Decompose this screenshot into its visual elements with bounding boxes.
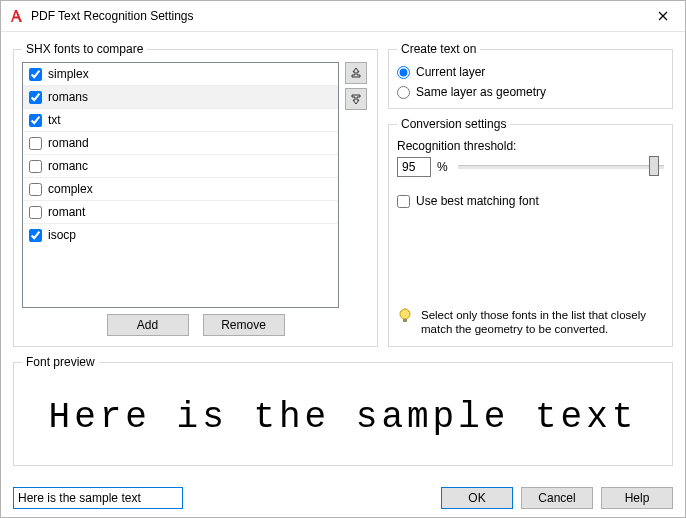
font-checkbox[interactable] <box>29 183 42 196</box>
shx-fonts-group: SHX fonts to compare simplex romans <box>13 42 378 347</box>
percent-label: % <box>437 160 448 174</box>
create-text-on-group: Create text on Current layer Same layer … <box>388 42 673 109</box>
radio-same-layer-input[interactable] <box>397 86 410 99</box>
font-row[interactable]: romand <box>23 132 338 155</box>
font-name: simplex <box>48 67 89 81</box>
svg-point-0 <box>400 309 410 319</box>
font-name: txt <box>48 113 61 127</box>
lightbulb-icon <box>397 308 413 327</box>
font-checkbox[interactable] <box>29 160 42 173</box>
remove-button[interactable]: Remove <box>203 314 285 336</box>
radio-current-layer-input[interactable] <box>397 66 410 79</box>
window-title: PDF Text Recognition Settings <box>31 9 641 23</box>
font-checkbox[interactable] <box>29 114 42 127</box>
radio-current-layer[interactable]: Current layer <box>397 62 664 82</box>
create-text-on-legend: Create text on <box>397 42 480 56</box>
slider-thumb[interactable] <box>649 156 659 176</box>
font-name: romans <box>48 90 88 104</box>
font-name: romand <box>48 136 89 150</box>
threshold-slider[interactable] <box>458 157 664 177</box>
font-preview-box: Here is the sample text <box>30 381 656 453</box>
font-checkbox[interactable] <box>29 206 42 219</box>
threshold-label: Recognition threshold: <box>397 139 664 153</box>
sample-text-input[interactable] <box>13 487 183 509</box>
font-row[interactable]: romant <box>23 201 338 224</box>
font-row[interactable]: isocp <box>23 224 338 246</box>
cancel-button[interactable]: Cancel <box>521 487 593 509</box>
font-checkbox[interactable] <box>29 137 42 150</box>
font-row[interactable]: romans <box>23 86 338 109</box>
dialog-window: PDF Text Recognition Settings SHX fonts … <box>0 0 686 518</box>
font-checkbox[interactable] <box>29 68 42 81</box>
svg-rect-1 <box>403 319 407 322</box>
font-preview-text: Here is the sample text <box>49 397 638 438</box>
move-down-button[interactable] <box>345 88 367 110</box>
dialog-body: SHX fonts to compare simplex romans <box>1 32 685 478</box>
shx-fonts-list[interactable]: simplex romans txt <box>22 62 339 308</box>
font-row[interactable]: txt <box>23 109 338 132</box>
use-best-font-input[interactable] <box>397 195 410 208</box>
hint-text: Select only those fonts in the list that… <box>421 308 664 336</box>
ok-button[interactable]: OK <box>441 487 513 509</box>
font-name: complex <box>48 182 93 196</box>
font-checkbox[interactable] <box>29 229 42 242</box>
add-button[interactable]: Add <box>107 314 189 336</box>
titlebar: PDF Text Recognition Settings <box>1 1 685 32</box>
bottom-bar: OK Cancel Help <box>1 478 685 517</box>
font-name: romant <box>48 205 85 219</box>
font-name: romanc <box>48 159 88 173</box>
font-preview-group: Font preview Here is the sample text <box>13 355 673 466</box>
move-up-button[interactable] <box>345 62 367 84</box>
close-button[interactable] <box>641 1 685 31</box>
font-row[interactable]: simplex <box>23 63 338 86</box>
conversion-settings-group: Conversion settings Recognition threshol… <box>388 117 673 347</box>
app-icon <box>9 8 25 24</box>
font-row[interactable]: romanc <box>23 155 338 178</box>
shx-fonts-legend: SHX fonts to compare <box>22 42 147 56</box>
font-checkbox[interactable] <box>29 91 42 104</box>
font-name: isocp <box>48 228 76 242</box>
conversion-settings-legend: Conversion settings <box>397 117 510 131</box>
use-best-font-checkbox[interactable]: Use best matching font <box>397 191 664 211</box>
threshold-input[interactable] <box>397 157 431 177</box>
radio-same-layer[interactable]: Same layer as geometry <box>397 82 664 102</box>
font-preview-legend: Font preview <box>22 355 99 369</box>
help-button[interactable]: Help <box>601 487 673 509</box>
font-row[interactable]: complex <box>23 178 338 201</box>
